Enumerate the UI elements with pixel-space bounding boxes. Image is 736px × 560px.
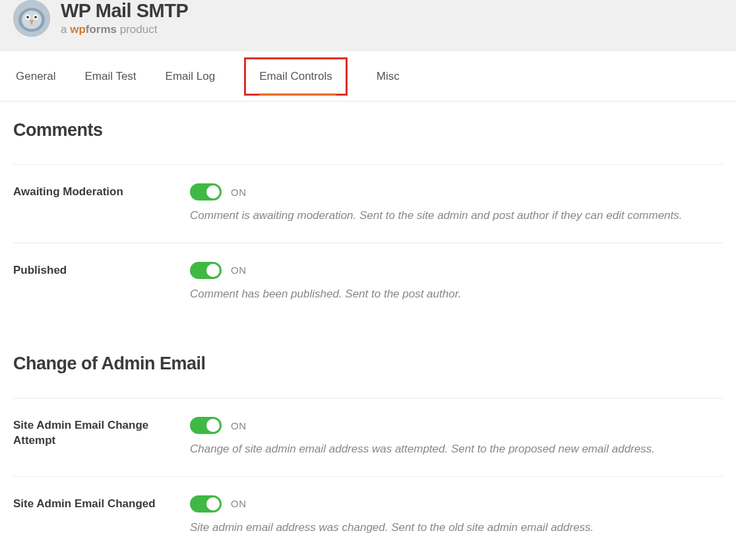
label-change-attempt: Site Admin Email Change Attempt bbox=[13, 417, 190, 449]
body-published: ON Comment has been published. Sent to t… bbox=[190, 262, 723, 303]
settings-content: Comments Awaiting Moderation ON Comment … bbox=[0, 102, 736, 560]
label-awaiting-moderation: Awaiting Moderation bbox=[13, 183, 190, 200]
body-changed: ON Site admin email address was changed.… bbox=[190, 495, 723, 536]
svg-point-5 bbox=[26, 16, 29, 18]
section-admin-email-title: Change of Admin Email bbox=[13, 354, 723, 374]
plugin-subtitle: a wpforms product bbox=[61, 23, 188, 36]
toggle-row-published: ON bbox=[190, 262, 723, 279]
toggle-row-awaiting-moderation: ON bbox=[190, 183, 723, 201]
toggle-row-change-attempt: ON bbox=[190, 417, 723, 434]
state-change-attempt: ON bbox=[231, 420, 247, 431]
sub-wp: wp bbox=[70, 23, 86, 36]
brand-text: WP Mail SMTP a wpforms product bbox=[61, 1, 188, 36]
desc-published: Comment has been published. Sent to the … bbox=[190, 286, 723, 303]
tab-email-test[interactable]: Email Test bbox=[84, 66, 136, 87]
tab-misc[interactable]: Misc bbox=[377, 66, 400, 87]
body-awaiting-moderation: ON Comment is awaiting moderation. Sent … bbox=[190, 183, 723, 224]
toggle-knob bbox=[206, 264, 220, 277]
sub-suffix: product bbox=[117, 23, 157, 36]
plugin-logo-icon bbox=[13, 0, 50, 37]
state-awaiting-moderation: ON bbox=[231, 187, 247, 198]
tabs-nav: General Email Test Email Log Email Contr… bbox=[0, 51, 736, 102]
state-published: ON bbox=[231, 264, 247, 276]
toggle-change-attempt[interactable] bbox=[190, 417, 222, 434]
setting-published: Published ON Comment has been published.… bbox=[13, 243, 723, 321]
label-changed: Site Admin Email Changed bbox=[13, 495, 190, 512]
label-published: Published bbox=[13, 262, 190, 278]
state-changed: ON bbox=[231, 498, 247, 509]
plugin-title: WP Mail SMTP bbox=[61, 1, 188, 22]
setting-changed: Site Admin Email Changed ON Site admin e… bbox=[13, 476, 723, 555]
desc-awaiting-moderation: Comment is awaiting moderation. Sent to … bbox=[190, 207, 723, 224]
tab-email-controls[interactable]: Email Controls bbox=[244, 57, 348, 96]
section-comments-title: Comments bbox=[13, 120, 723, 140]
setting-change-attempt: Site Admin Email Change Attempt ON Chang… bbox=[13, 398, 723, 476]
toggle-changed[interactable] bbox=[190, 495, 222, 513]
svg-point-6 bbox=[34, 16, 37, 18]
sub-prefix: a bbox=[61, 23, 70, 36]
sub-forms: forms bbox=[86, 23, 117, 36]
desc-change-attempt: Change of site admin email address was a… bbox=[190, 441, 723, 458]
tab-general[interactable]: General bbox=[16, 66, 55, 87]
toggle-row-changed: ON bbox=[190, 495, 723, 513]
setting-awaiting-moderation: Awaiting Moderation ON Comment is awaiti… bbox=[13, 164, 723, 243]
plugin-header: WP Mail SMTP a wpforms product bbox=[0, 0, 736, 51]
toggle-knob bbox=[206, 185, 220, 199]
tab-email-log[interactable]: Email Log bbox=[166, 66, 216, 87]
desc-changed: Site admin email address was changed. Se… bbox=[190, 519, 723, 536]
toggle-knob bbox=[206, 419, 220, 432]
toggle-published[interactable] bbox=[190, 262, 222, 279]
toggle-knob bbox=[206, 497, 220, 511]
body-change-attempt: ON Change of site admin email address wa… bbox=[190, 417, 723, 458]
toggle-awaiting-moderation[interactable] bbox=[190, 183, 222, 201]
